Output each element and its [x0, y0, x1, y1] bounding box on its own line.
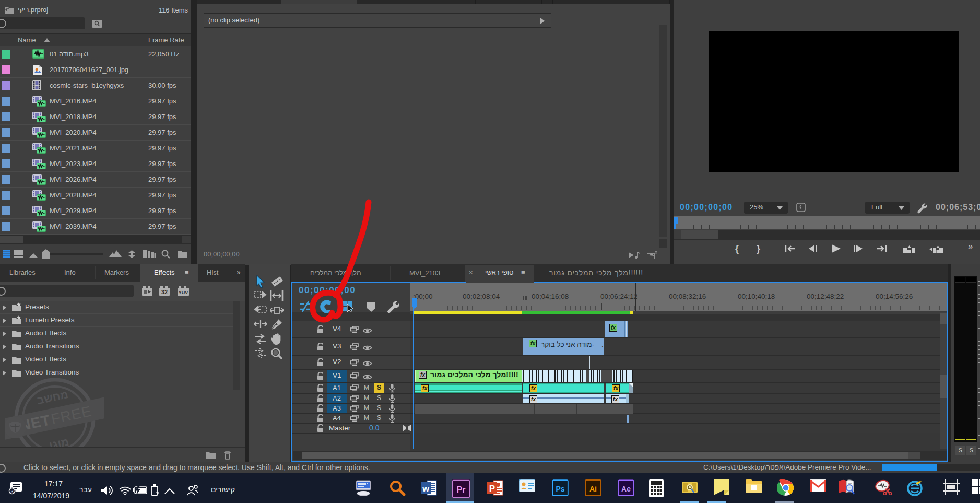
svg-text:32: 32 [161, 289, 168, 295]
svg-text:Ai: Ai [589, 485, 597, 493]
svg-text:P: P [489, 484, 495, 494]
svg-text:YUV: YUV [179, 290, 188, 295]
svg-text:Pr: Pr [457, 485, 466, 494]
svg-text:Ae: Ae [621, 485, 631, 493]
svg-text:3: 3 [10, 489, 13, 494]
svg-text:Ps: Ps [556, 485, 564, 493]
svg-text:w: w [422, 484, 430, 494]
